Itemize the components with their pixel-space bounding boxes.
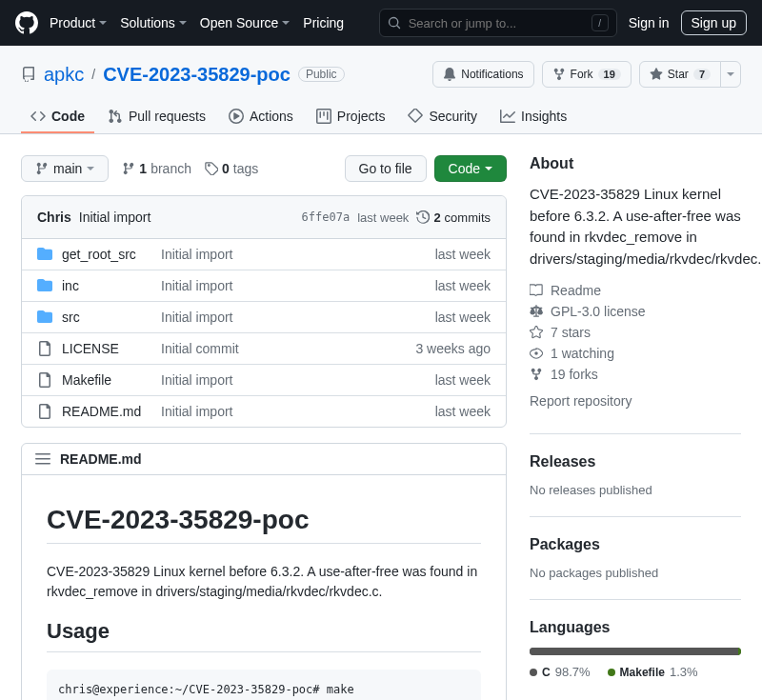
chevron-down-icon: [282, 21, 290, 29]
nav-solutions[interactable]: Solutions: [120, 15, 187, 30]
readme-filename[interactable]: README.md: [60, 451, 142, 467]
lang-name: C: [542, 666, 551, 679]
branch-icon: [35, 162, 49, 175]
nav-pricing[interactable]: Pricing: [303, 15, 344, 30]
file-name[interactable]: README.md: [37, 404, 161, 419]
languages-title: Languages: [530, 619, 741, 636]
file-name[interactable]: Makefile: [37, 372, 161, 388]
tab-actions[interactable]: Actions: [219, 101, 303, 133]
license-link[interactable]: GPL-3.0 license: [530, 304, 741, 319]
about-title: About: [530, 155, 741, 172]
language-makefile[interactable]: Makefile1.3%: [608, 665, 698, 679]
nav-label: Open Source: [200, 15, 279, 30]
releases-text: No releases published: [530, 483, 652, 497]
branches-link[interactable]: 1 branch: [122, 161, 191, 176]
eye-icon: [530, 347, 543, 360]
search-input[interactable]: [407, 15, 586, 31]
lang-pct: 98.7%: [555, 665, 591, 679]
file-row[interactable]: MakefileInitial importlast week: [22, 364, 506, 395]
list-icon[interactable]: [35, 451, 50, 467]
file-row[interactable]: incInitial importlast week: [22, 270, 506, 301]
file-row[interactable]: README.mdInitial importlast week: [22, 395, 506, 427]
tab-label: Security: [429, 109, 477, 124]
lang-dot: [530, 669, 537, 676]
chevron-down-icon: [179, 21, 187, 29]
commit-sha[interactable]: 6ffe07a: [302, 210, 351, 224]
button-label: Star: [668, 68, 689, 81]
button-label: Fork: [571, 68, 593, 81]
file-name[interactable]: LICENSE: [37, 341, 161, 356]
sign-in-link[interactable]: Sign in: [629, 15, 670, 30]
file-commit-msg[interactable]: Initial import: [161, 278, 435, 293]
lang-dot: [608, 669, 615, 676]
file-name[interactable]: inc: [37, 278, 161, 293]
meta-text: Report repository: [530, 393, 632, 409]
branch-icon: [122, 162, 135, 175]
meta-text: 7 stars: [551, 325, 591, 340]
fork-count: 19: [598, 69, 621, 80]
commit-author[interactable]: Chris: [37, 210, 71, 225]
nav-label: Solutions: [120, 15, 175, 30]
readme-h2: Usage: [47, 619, 481, 652]
book-icon: [530, 284, 543, 297]
readme-body: CVE-2023-35829-poc CVE-2023-35829 Linux …: [22, 475, 506, 700]
watching-link[interactable]: 1 watching: [530, 346, 741, 361]
svg-point-0: [534, 351, 538, 355]
chevron-down-icon: [99, 21, 107, 29]
star-button[interactable]: Star 7: [639, 61, 721, 88]
notifications-button[interactable]: Notifications: [432, 61, 533, 88]
tab-label: Actions: [250, 109, 293, 124]
language-c[interactable]: C98.7%: [530, 665, 591, 679]
chevron-down-icon: [727, 72, 734, 80]
releases-title[interactable]: Releases: [530, 453, 741, 470]
file-name[interactable]: get_root_src: [37, 247, 161, 262]
tab-insights[interactable]: Insights: [491, 101, 576, 133]
language-bar: [530, 648, 741, 655]
button-label: Code: [449, 161, 480, 176]
commit-count-label: commits: [445, 210, 491, 225]
file-name[interactable]: src: [37, 310, 161, 325]
file-row[interactable]: get_root_srcInitial importlast week: [22, 239, 506, 270]
header-search[interactable]: /: [379, 9, 617, 37]
file-time: last week: [435, 247, 491, 262]
file-commit-msg[interactable]: Initial commit: [161, 341, 415, 356]
file-commit-msg[interactable]: Initial import: [161, 247, 435, 262]
readme-link[interactable]: Readme: [530, 283, 741, 298]
tab-projects[interactable]: Projects: [307, 101, 395, 133]
file-row[interactable]: srcInitial importlast week: [22, 301, 506, 332]
commit-message[interactable]: Initial import: [79, 210, 150, 225]
branch-button[interactable]: main: [21, 155, 109, 182]
forks-link[interactable]: 19 forks: [530, 367, 741, 382]
code-button[interactable]: Code: [434, 155, 507, 182]
github-logo[interactable]: [15, 11, 38, 34]
repo-name-link[interactable]: CVE-2023-35829-poc: [103, 64, 291, 86]
tag-count-label: tags: [233, 161, 258, 176]
slash-hint: /: [592, 14, 609, 31]
nav-product[interactable]: Product: [50, 15, 107, 30]
file-commit-msg[interactable]: Initial import: [161, 372, 435, 388]
tab-pull-requests[interactable]: Pull requests: [98, 101, 215, 133]
commits-link[interactable]: 2 commits: [416, 210, 491, 225]
repo-owner-link[interactable]: apkc: [44, 64, 84, 86]
go-to-file-button[interactable]: Go to file: [345, 155, 427, 182]
branch-name: main: [53, 161, 82, 176]
file-commit-msg[interactable]: Initial import: [161, 310, 435, 325]
file-commit-msg[interactable]: Initial import: [161, 404, 435, 419]
file-row[interactable]: LICENSEInitial commit3 weeks ago: [22, 332, 506, 364]
star-dropdown-button[interactable]: [720, 61, 741, 88]
packages-title[interactable]: Packages: [530, 536, 741, 553]
graph-icon: [500, 109, 515, 124]
tags-link[interactable]: 0 tags: [205, 161, 258, 176]
tab-security[interactable]: Security: [398, 101, 487, 133]
meta-text: GPL-3.0 license: [551, 304, 646, 319]
tab-code[interactable]: Code: [21, 101, 94, 133]
about-desc: CVE-2023-35829 Linux kernel before 6.3.2…: [530, 184, 741, 270]
meta-text: Readme: [551, 283, 601, 298]
sign-up-button[interactable]: Sign up: [681, 10, 747, 35]
nav-open-source[interactable]: Open Source: [200, 15, 291, 30]
fork-button[interactable]: Fork 19: [542, 61, 632, 88]
report-link[interactable]: Report repository: [530, 393, 741, 409]
code-icon: [30, 109, 46, 124]
stars-link[interactable]: 7 stars: [530, 325, 741, 340]
commit-time: last week: [357, 210, 409, 225]
